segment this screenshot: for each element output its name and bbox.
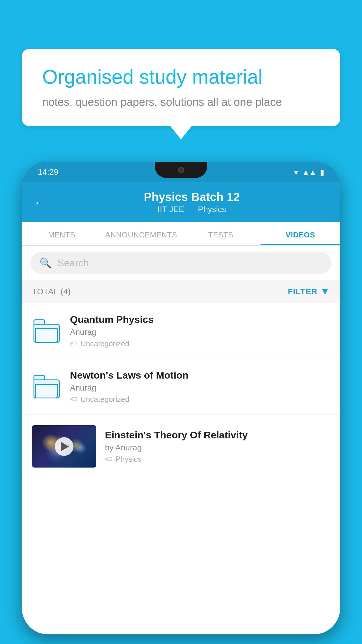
video-info: Newton's Laws of Motion Anurag 🏷 Uncateg… bbox=[70, 370, 330, 404]
search-container: 🔍 Search bbox=[22, 246, 340, 280]
wifi-icon: ▾ bbox=[294, 167, 298, 177]
status-icons: ▾ ▲▲ ▮ bbox=[294, 167, 324, 177]
phone-notch bbox=[155, 162, 207, 178]
list-item[interactable]: Quantum Physics Anurag 🏷 Uncategorized bbox=[22, 303, 340, 359]
filter-button[interactable]: FILTER ▼ bbox=[288, 286, 330, 297]
speech-bubble-title: Organised study material bbox=[42, 65, 320, 89]
tab-tests[interactable]: TESTS bbox=[181, 222, 261, 245]
video-info: Quantum Physics Anurag 🏷 Uncategorized bbox=[70, 314, 330, 348]
tab-announcements[interactable]: ANNOUNCEMENTS bbox=[101, 222, 181, 245]
video-title: Newton's Laws of Motion bbox=[70, 370, 330, 381]
list-item[interactable]: Einstein's Theory Of Relativity by Anura… bbox=[22, 415, 340, 478]
folder-icon-wrap bbox=[32, 315, 61, 347]
tab-videos[interactable]: VIDEOS bbox=[261, 222, 340, 245]
status-time: 14:29 bbox=[38, 167, 58, 177]
tag-label: Uncategorized bbox=[80, 395, 129, 404]
phone-frame: 14:29 ▾ ▲▲ ▮ ← Physics Batch 12 IIT JEE bbox=[22, 162, 340, 634]
batch-subtitle: IIT JEE Physics bbox=[55, 205, 328, 214]
search-input[interactable]: Search bbox=[57, 257, 89, 269]
tag-icon: 🏷 bbox=[70, 395, 78, 404]
video-author: Anurag bbox=[70, 383, 330, 393]
signal-icon: ▲▲ bbox=[302, 168, 316, 177]
subtitle-physics: Physics bbox=[198, 205, 226, 214]
video-list: Quantum Physics Anurag 🏷 Uncategorized bbox=[22, 303, 340, 478]
folder-icon bbox=[34, 375, 60, 398]
back-button[interactable]: ← bbox=[34, 195, 46, 210]
tag-icon: 🏷 bbox=[105, 455, 113, 464]
filter-funnel-icon: ▼ bbox=[320, 286, 330, 297]
video-author: Anurag bbox=[70, 328, 330, 337]
phone-mockup: 14:29 ▾ ▲▲ ▮ ← Physics Batch 12 IIT JEE bbox=[22, 162, 340, 644]
folder-icon-wrap bbox=[32, 371, 61, 403]
front-camera bbox=[178, 167, 184, 173]
battery-icon: ▮ bbox=[320, 168, 324, 177]
tab-ments[interactable]: MENTS bbox=[22, 222, 101, 245]
tag-label: Uncategorized bbox=[80, 339, 129, 348]
total-count: TOTAL (4) bbox=[32, 287, 71, 296]
batch-title: Physics Batch 12 bbox=[55, 190, 328, 204]
video-title: Quantum Physics bbox=[70, 314, 330, 325]
video-author: by Anurag bbox=[105, 443, 330, 452]
tag-label: Physics bbox=[115, 455, 142, 464]
speech-bubble-subtitle: notes, question papers, solutions all at… bbox=[42, 96, 320, 108]
video-info: Einstein's Theory Of Relativity by Anura… bbox=[105, 429, 330, 464]
subtitle-iitjee: IIT JEE bbox=[158, 205, 184, 214]
filter-row: TOTAL (4) FILTER ▼ bbox=[22, 280, 340, 303]
tab-bar: MENTS ANNOUNCEMENTS TESTS VIDEOS bbox=[22, 222, 340, 246]
search-bar[interactable]: 🔍 Search bbox=[31, 252, 331, 274]
app-header: ← Physics Batch 12 IIT JEE Physics bbox=[22, 182, 340, 222]
header-center: Physics Batch 12 IIT JEE Physics bbox=[55, 190, 328, 214]
video-tag: 🏷 Uncategorized bbox=[70, 395, 330, 404]
filter-label: FILTER bbox=[288, 287, 317, 296]
search-icon: 🔍 bbox=[39, 257, 52, 269]
video-tag: 🏷 Physics bbox=[105, 455, 330, 464]
folder-icon bbox=[34, 319, 60, 343]
tag-icon: 🏷 bbox=[70, 339, 78, 348]
play-triangle-icon bbox=[61, 442, 69, 451]
list-item[interactable]: Newton's Laws of Motion Anurag 🏷 Uncateg… bbox=[22, 359, 340, 415]
play-button[interactable] bbox=[55, 437, 73, 456]
screen-content: ← Physics Batch 12 IIT JEE Physics MENTS… bbox=[22, 182, 340, 634]
video-title: Einstein's Theory Of Relativity bbox=[105, 429, 330, 441]
video-thumbnail bbox=[32, 425, 96, 468]
speech-bubble-card: Organised study material notes, question… bbox=[22, 49, 340, 126]
video-tag: 🏷 Uncategorized bbox=[70, 339, 330, 348]
